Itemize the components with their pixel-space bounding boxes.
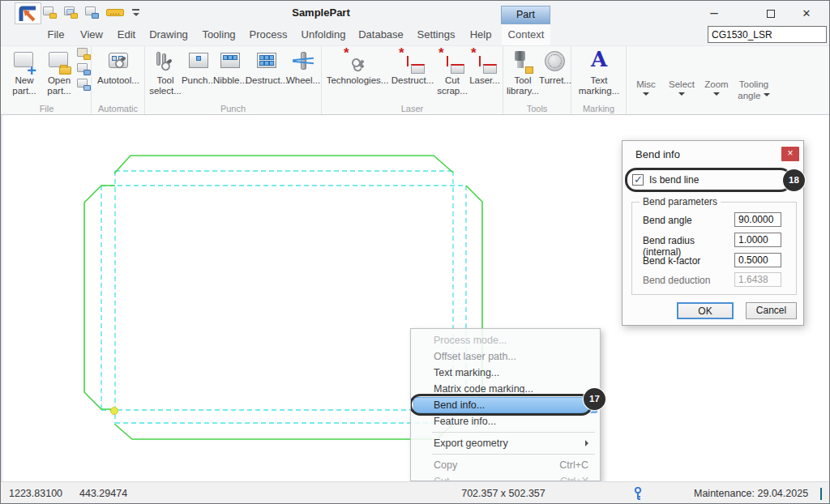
text-marking-icon: A [585,49,613,75]
turret-button[interactable]: Turret... [539,49,571,86]
ribbon-toolbar: New part... Open part... File Autotool [1,45,830,115]
menu-item-process-mode: Process mode... [411,332,600,348]
machine-combobox-value[interactable] [708,27,830,42]
file-extra-buttons [77,48,91,91]
window-title: SamplePart [264,6,378,19]
menu-item-export-geometry[interactable]: Export geometry [411,435,600,451]
laser-button[interactable]: Laser... [469,49,500,86]
bend-k-factor-label: Bend k-factor [643,255,734,267]
doc-save-icon[interactable] [85,6,99,19]
part-context-tab[interactable]: Part [501,6,550,24]
technologies-icon [344,49,371,75]
tool-library-button[interactable]: Tool library... [505,49,541,96]
doc-copy-folder-icon[interactable] [64,6,78,19]
menu-context[interactable]: Context [502,24,550,45]
maintenance-date: Maintenance: 29.04.2025 [694,488,808,499]
menu-database[interactable]: Database [357,24,404,45]
app-logo-icon [18,5,39,23]
menu-settings[interactable]: Settings [414,24,458,45]
cursor-x-value: 1223.83100 [9,488,62,499]
open-part-icon [45,49,73,75]
title-bar: .... SamplePart Part [1,1,830,24]
numeric-badge-icon[interactable]: .... [106,9,124,16]
text-marking-button[interactable]: A Text marking... [575,49,623,96]
menu-item-text-marking[interactable]: Text marking... [411,365,600,381]
menu-process[interactable]: Process [248,24,289,45]
punch-icon [185,49,212,75]
ribbon-group-file: New part... Open part... File [2,46,92,114]
app-menu-button[interactable] [15,2,41,24]
misc-dropdown[interactable]: Misc [630,79,662,99]
application-window: .... SamplePart Part File View Edit Draw… [0,0,830,504]
destruct-laser-button[interactable]: Destruct... [391,49,434,86]
menu-item-copy[interactable]: CopyCtrl+C [411,457,600,473]
cut-scrap-icon [439,49,466,75]
group-label-punch: Punch [145,104,321,113]
autotool-icon [105,49,132,75]
copy-doc-icon[interactable] [77,79,91,91]
menu-tooling[interactable]: Tooling [199,24,239,45]
chevron-down-icon [713,92,720,99]
new-part-button[interactable]: New part... [6,49,42,96]
chevron-down-icon [678,92,685,99]
tooling-angle-dropdown[interactable]: Tooling angle [734,79,774,101]
customize-toolbar-icon[interactable] [131,7,141,19]
group-label-laser: Laser [322,104,503,113]
menu-view[interactable]: View [76,24,107,45]
menu-item-feature-info[interactable]: Feature info... [411,413,600,429]
technologies-button[interactable]: Technologies... [325,49,390,86]
bend-radius-label: Bend radius (internal) [643,235,734,258]
nibble-icon [216,49,244,75]
doc-folder-icon[interactable] [43,6,57,19]
annotation-ring-17 [410,394,593,416]
nibble-button[interactable]: Nibble... [214,49,246,86]
machine-combobox[interactable] [708,26,827,43]
tool-select-button[interactable]: Tool select... [148,49,183,96]
destruct-laser-icon [399,49,426,75]
close-button[interactable] [789,1,824,24]
context-menu: Process mode... Offset laser path... Tex… [410,328,601,481]
dialog-title: Bend info [635,148,680,160]
folder-lock-icon[interactable] [77,48,91,60]
menu-item-offset-laser-path[interactable]: Offset laser path... [411,348,600,365]
maximize-button[interactable] [753,1,789,24]
laser-icon [471,49,498,75]
ribbon-group-punch: Tool select... Punch... Nibble... Destru… [145,46,322,114]
dialog-close-button[interactable]: × [781,147,799,161]
floppy-doc-icon[interactable] [77,63,91,75]
menu-unfolding[interactable]: Unfolding [300,24,347,45]
group-legend: Bend parameters [640,196,721,207]
open-part-button[interactable]: Open part... [42,49,76,96]
zoom-dropdown[interactable]: Zoom [700,79,734,99]
menu-help[interactable]: Help [467,24,494,45]
turret-icon [541,49,569,75]
ok-button[interactable]: OK [677,302,734,319]
status-caret [820,488,822,500]
bend-angle-input[interactable] [734,212,781,227]
punch-button[interactable]: Punch... [184,49,213,86]
cut-scrap-button[interactable]: Cut scrap... [435,49,469,96]
tool-library-icon [509,49,537,75]
bend-radius-input[interactable] [734,233,781,247]
destruct-punch-icon [253,49,280,75]
chevron-down-icon [764,93,770,100]
select-dropdown[interactable]: Select [664,79,700,99]
bend-deduction-label: Bend deduction [643,275,734,286]
quick-access-toolbar: .... [43,6,141,19]
close-icon: × [787,147,793,159]
bend-k-factor-input[interactable] [734,253,781,267]
bend-angle-label: Bend angle [643,215,734,226]
cancel-button[interactable]: Cancel [746,302,797,319]
new-part-icon [11,49,38,75]
menu-drawing[interactable]: Drawing [148,24,190,45]
menu-edit[interactable]: Edit [113,24,140,45]
part-size-value: 702.357 x 502.357 [439,488,568,499]
wheel-button[interactable]: Wheel... [287,49,319,86]
group-label-file: File [2,104,91,113]
bend-deduction-input [734,272,781,287]
autotool-button[interactable]: Autotool... [97,49,139,86]
group-label-marking: Marking [571,104,626,113]
minimize-button[interactable] [696,1,732,24]
destruct-punch-button[interactable]: Destruct... [247,49,286,86]
menu-file[interactable]: File [41,24,71,45]
